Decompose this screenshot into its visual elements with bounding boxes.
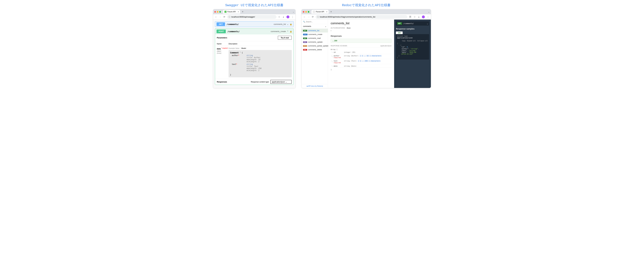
sidebar-group-comments[interactable]: comments ⌄ <box>302 24 328 29</box>
collapse-all-button[interactable]: Collapse all <box>417 40 428 42</box>
response-200[interactable]: ⌄ 200 <box>331 39 392 43</box>
close-window-icon[interactable] <box>303 11 304 13</box>
parameters-heading: Parameters <box>217 37 227 39</box>
tab-bar: Forum API × + ⌄ <box>213 9 296 14</box>
sidebar-item-comments_partial_update[interactable]: PATCHcomments_partial_update <box>302 44 328 48</box>
minimize-window-icon[interactable] <box>305 11 307 13</box>
op-path: /comments/ <box>227 30 240 33</box>
info-icon: ⓘ <box>228 16 230 18</box>
reload-icon[interactable]: ⟳ <box>223 15 226 19</box>
menu-icon[interactable]: ⋮ <box>291 15 294 19</box>
traffic-lights <box>214 11 221 13</box>
op-header[interactable]: POST /comments/ comments_create ⌃ 🔒 <box>215 29 294 34</box>
sidebar-item-comments_update[interactable]: PUTcomments_update <box>302 40 328 44</box>
prop-name: text <box>334 60 338 62</box>
chevron-down-icon[interactable]: ⌄ <box>292 11 294 13</box>
forward-icon[interactable]: → <box>219 15 222 18</box>
json-sample: [ - { "id": 0, "author": "string", "text… <box>397 43 428 58</box>
close-window-icon[interactable] <box>214 11 216 13</box>
prop-min: minLength: 1 <box>246 69 261 72</box>
download-icon[interactable]: ⤓ <box>282 15 285 19</box>
redoc-footer[interactable]: ◈ API docs by Redocly <box>302 84 328 88</box>
param-name-cell: data * required object (body) <box>217 47 228 77</box>
address-bar: ← → ⟳ ⓘ localhost:8000/api/swagger/ ☆ ⤓ … <box>213 14 296 20</box>
browser-tab[interactable]: Forum API × <box>312 10 328 14</box>
maximize-window-icon[interactable] <box>219 11 221 13</box>
content-type-value: application/json <box>397 37 428 39</box>
redoc-code-panel: GET /comments/ ⌄ Response samples 200 Co… <box>394 20 431 88</box>
sidebar-item-comments_create[interactable]: POSTcomments_create <box>302 33 328 36</box>
sidebar-item-label: comments_partial_update <box>308 45 328 47</box>
star-icon[interactable]: ☆ <box>278 15 280 19</box>
model-tab[interactable]: Model <box>240 47 246 49</box>
method-badge-icon: POST <box>303 34 308 35</box>
try-it-out-button[interactable]: Try it out <box>278 36 292 40</box>
chevron-up-icon: ⌃ <box>287 31 288 33</box>
model-box: Comment ˅ { author* string title: Author… <box>228 50 292 77</box>
responses-heading: Responses <box>217 81 227 83</box>
lock-icon[interactable]: 🔒 <box>290 23 292 25</box>
method-badge-icon: PATCH <box>303 45 307 47</box>
menu-icon[interactable]: ⋮ <box>426 15 430 19</box>
new-tab-button[interactable]: + <box>330 10 333 13</box>
operation-get-comments[interactable]: GET /comments/ comments_list ⌄ 🔒 <box>215 21 294 27</box>
minimize-window-icon[interactable] <box>217 11 218 13</box>
tab-title: Forum API <box>316 11 324 13</box>
sidebar-item-comments_read[interactable]: GETcomments_read <box>302 36 328 40</box>
sidebar-item-comments_delete[interactable]: DELcomments_delete <box>302 48 328 52</box>
search-input[interactable]: 🔍Search... <box>302 20 328 24</box>
th-name: Name <box>217 43 228 45</box>
redoc-main: comments_list AUTHORIZATIONS: Basic › Re… <box>328 20 394 88</box>
content-type-label: Content type <box>397 35 428 37</box>
chevron-down-icon[interactable]: ⌄ <box>428 11 430 13</box>
tab-title: Forum API <box>228 11 236 13</box>
profile-icon[interactable] <box>422 16 425 18</box>
prop-desc: string (Author) <box>344 55 358 57</box>
download-icon[interactable]: ⤓ <box>418 15 420 19</box>
schema-prop-date: datestring (Date) <box>334 65 392 68</box>
search-icon: 🔍 <box>303 21 305 23</box>
star-icon[interactable]: ☆ <box>413 15 416 19</box>
back-icon[interactable]: ← <box>214 15 218 18</box>
prop-max: maxLength: 32 <box>246 59 260 61</box>
responses-heading: Responses <box>331 35 392 37</box>
translate-icon[interactable]: 🈂 <box>409 15 412 18</box>
param-in: (body) <box>217 52 222 54</box>
endpoint-path: /comments/ <box>403 23 414 25</box>
prop-name: id <box>334 51 336 53</box>
ct-value: application/json <box>272 81 285 83</box>
operation-post-comments: POST /comments/ comments_create ⌃ 🔒 Para… <box>215 29 294 85</box>
content-type-select[interactable]: application/json ⌄ <box>270 80 292 84</box>
back-icon[interactable]: ← <box>303 15 306 18</box>
code-tab-200[interactable]: 200 <box>396 32 403 34</box>
close-tab-icon[interactable]: × <box>238 11 239 13</box>
profile-icon[interactable] <box>286 16 290 18</box>
maximize-window-icon[interactable] <box>308 11 309 13</box>
prop-min: minLength: 1 <box>246 61 260 63</box>
auth-expand-icon[interactable]: › <box>331 30 392 32</box>
close-tab-icon[interactable]: × <box>326 11 328 13</box>
prop-type: string <box>246 63 253 65</box>
url-input[interactable]: ⓘ localhost:8000/api/redoc/#tag/comments… <box>316 15 407 19</box>
expand-all-button[interactable]: Expand all <box>407 40 416 42</box>
copy-button[interactable]: Copy <box>402 40 406 42</box>
response-samples-heading: Response samples <box>396 28 429 30</box>
array-close: ] <box>331 69 392 71</box>
new-tab-button[interactable]: + <box>241 10 244 13</box>
page-title: comments_list <box>331 22 392 25</box>
reload-icon[interactable]: ⟳ <box>312 15 314 19</box>
th-description: Description <box>228 43 292 45</box>
prop-text: text <box>232 63 236 65</box>
forward-icon[interactable]: → <box>307 15 310 18</box>
url-input[interactable]: ⓘ localhost:8000/api/swagger/ <box>227 15 276 19</box>
chevron-down-icon: ⌄ <box>286 81 287 83</box>
caption-swagger: Swagger UIで視覚化されたAPI仕様書 <box>213 3 296 7</box>
lock-icon[interactable]: 🔒 <box>290 30 292 33</box>
sidebar-item-comments_list[interactable]: GETcomments_list <box>302 29 328 33</box>
prop-range: [ 1 .. 256 ] characters <box>358 60 381 62</box>
endpoint-chip[interactable]: GET /comments/ ⌄ <box>396 21 429 26</box>
browser-tab[interactable]: Forum API × <box>223 10 240 14</box>
prop-type: string <box>246 54 253 57</box>
example-value-tab[interactable]: Example Value <box>228 47 239 49</box>
op-id: comments_create <box>271 30 286 33</box>
